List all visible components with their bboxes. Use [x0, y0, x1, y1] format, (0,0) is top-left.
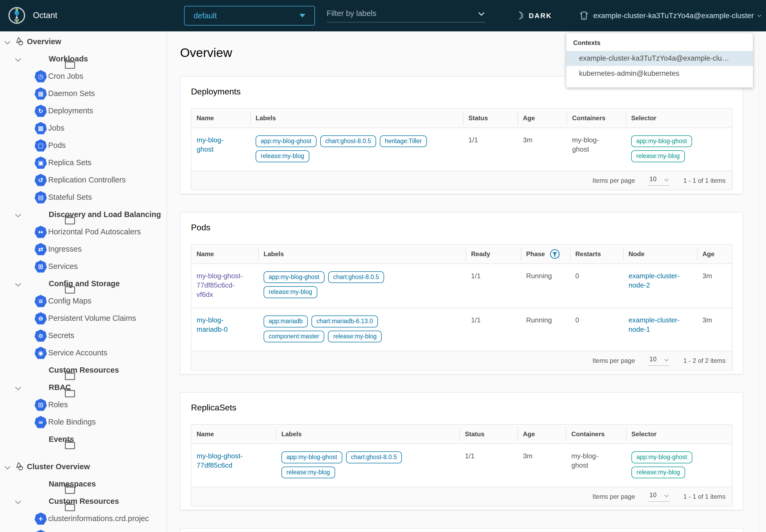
label-tag-list: app:mariadbchart:mariadb-6.13.0component…	[264, 315, 397, 343]
sidebar-item-replication-controllers[interactable]: ↺Replication Controllers	[0, 171, 167, 189]
sidebar-item-cron-jobs[interactable]: ◷Cron Jobs	[0, 68, 167, 85]
card-title-replicasets: ReplicaSets	[191, 403, 732, 413]
sidebar-item-roles[interactable]: ⊡Roles	[0, 396, 167, 413]
column-header-label: Age	[523, 430, 535, 438]
items-per-page-select[interactable]: 10	[648, 355, 670, 366]
context-menu-item[interactable]: kubernetes-admin@kubernetes	[566, 66, 753, 81]
label-tag[interactable]: component:master	[264, 331, 324, 343]
sidebar-item-label: Overview	[27, 37, 61, 46]
sidebar-item-ingresses[interactable]: ⇄Ingresses	[0, 240, 167, 258]
filter-icon[interactable]	[550, 249, 560, 259]
selector-tag[interactable]: app:my-blog-ghost	[631, 135, 692, 147]
selector-tag[interactable]: release:my-blog	[631, 150, 685, 162]
sidebar-item-rbac[interactable]: RBAC	[0, 379, 167, 396]
sidebar-item-label: Cluster Overview	[27, 462, 90, 471]
sidebar-item-daemon-sets[interactable]: ▦Daemon Sets	[0, 85, 167, 102]
label-tag[interactable]: heritage:Tiller	[380, 135, 427, 147]
label-tag-list: app:my-blog-ghostchart:ghost-8.0.5releas…	[264, 271, 397, 298]
sidebar-item-custom-resources[interactable]: Custom Resources	[0, 493, 167, 510]
sidebar-item-cluster-overview[interactable]: Cluster Overview	[0, 458, 167, 475]
label-tag[interactable]: release:my-blog	[256, 150, 309, 162]
label-tag[interactable]: app:my-blog-ghost	[264, 271, 324, 283]
sidebar-item-persistent-volume-claims[interactable]: ⊜Persistent Volume Claims	[0, 310, 167, 327]
sidebar-item-pods[interactable]: ▢Pods	[0, 137, 167, 154]
caret-down-icon[interactable]	[15, 56, 21, 62]
table-header-row: NameLabelsReadyPhaseRestartsNodeAge	[191, 244, 732, 264]
moon-icon: ☾	[515, 11, 524, 21]
items-per-page-label: Items per page	[592, 357, 635, 364]
cell-restarts: 0	[570, 308, 623, 351]
sidebar-item-label: Deployments	[48, 106, 93, 115]
caret-down-icon[interactable]	[15, 281, 21, 287]
ingresses-icon: ⇄	[35, 243, 47, 255]
resource-link[interactable]: my-blog-mariadb-0	[197, 315, 250, 334]
label-tag[interactable]: release:my-blog	[281, 467, 335, 479]
cell-node: example-cluster-node-1	[623, 308, 697, 351]
sidebar-item-role-bindings[interactable]: ∞Role Bindings	[0, 413, 167, 431]
label-tag[interactable]: chart:mariadb-6.13.0	[311, 315, 378, 327]
sidebar-item-secrets[interactable]: ⊙Secrets	[0, 327, 167, 344]
role-bindings-icon: ∞	[35, 416, 47, 428]
table-header-row: NameLabelsStatusAgeContainersSelector	[191, 109, 732, 128]
label-tag[interactable]: chart:ghost-8.0.5	[328, 271, 384, 283]
label-filter-input[interactable]	[327, 9, 479, 18]
namespace-select[interactable]: default	[184, 6, 315, 26]
label-tag[interactable]: chart:ghost-8.0.5	[346, 451, 402, 463]
sidebar-item-label: Replica Sets	[48, 158, 91, 167]
sidebar-item-deployments[interactable]: ↻Deployments	[0, 102, 167, 119]
sidebar-item-clusterinformations-crd-projec[interactable]: +clusterinformations.crd.projec	[0, 510, 167, 527]
pagination-replicasets: Items per page101 - 1 of 1 items	[191, 487, 732, 506]
sidebar-item-label: Persistent Volume Claims	[48, 314, 136, 323]
items-per-page-select[interactable]: 10	[648, 491, 670, 502]
context-selector-button[interactable]: example-cluster-ka3TuTzYo4a@example-clus…	[579, 0, 761, 31]
label-tag[interactable]: app:my-blog-ghost	[281, 451, 342, 463]
resource-link[interactable]: my-blog-ghost-77df85c6cd-vf6dx	[197, 271, 250, 299]
cell-text: 1/1	[471, 315, 481, 325]
sidebar-item-namespaces[interactable]: Namespaces	[0, 475, 167, 493]
sidebar-item-config-and-storage[interactable]: Config and Storage	[0, 275, 167, 292]
sidebar-item-custom-resources[interactable]: Custom Resources	[0, 361, 167, 379]
roles-icon: ⊡	[35, 399, 47, 411]
caret-down-icon[interactable]	[15, 498, 21, 504]
sidebar-item-jobs[interactable]: ▩Jobs	[0, 119, 167, 137]
sidebar-item-events[interactable]: Events	[0, 431, 167, 448]
sidebar-item-label: Services	[48, 262, 78, 271]
cell-age: 3m	[697, 308, 732, 351]
sidebar-item-replica-sets[interactable]: ▣Replica Sets	[0, 154, 167, 171]
node-link[interactable]: example-cluster-node-2	[628, 271, 684, 290]
label-tag[interactable]: release:my-blog	[328, 331, 382, 343]
chevron-down-icon[interactable]	[478, 10, 485, 16]
caret-down-icon[interactable]	[5, 464, 11, 470]
theme-toggle-button[interactable]: ☾ DARK	[515, 0, 552, 31]
label-tag[interactable]: app:my-blog-ghost	[256, 135, 317, 147]
sidebar-item-service-accounts[interactable]: ◉Service Accounts	[0, 344, 167, 361]
sidebar-item-services[interactable]: ⊞Services	[0, 258, 167, 275]
label-tag[interactable]: app:mariadb	[264, 315, 308, 327]
column-header-label: Name	[197, 250, 214, 258]
context-selector-label: example-cluster-ka3TuTzYo4a@example-clus…	[593, 11, 754, 20]
caret-down-icon[interactable]	[15, 384, 21, 390]
sidebar-item-overview[interactable]: Overview	[0, 33, 167, 50]
resource-link[interactable]: my-blog-ghost	[197, 135, 236, 154]
column-header-label: Name	[197, 114, 214, 122]
sidebar-item-label: Horizontal Pod Autoscalers	[48, 227, 141, 236]
cell-age: 3m	[518, 444, 566, 487]
selector-tag[interactable]: app:my-blog-ghost	[631, 451, 692, 463]
context-menu-item[interactable]: example-cluster-ka3TuTzYo4a@example-clu…	[566, 51, 753, 66]
label-tag[interactable]: chart:ghost-8.0.5	[320, 135, 376, 147]
sidebar-item-stateful-sets[interactable]: ▤Stateful Sets	[0, 189, 167, 206]
cell-text: 0	[575, 271, 579, 281]
label-tag[interactable]: release:my-blog	[264, 286, 317, 298]
resource-link[interactable]: my-blog-ghost-77df85c6cd	[197, 451, 274, 470]
column-header-age: Age	[518, 425, 566, 444]
sidebar-item-config-maps[interactable]: ≡Config Maps	[0, 292, 167, 310]
caret-down-icon[interactable]	[15, 211, 21, 218]
sidebar-item-workloads[interactable]: Workloads	[0, 50, 167, 68]
sidebar-item-horizontal-pod-autoscalers[interactable]: ↔Horizontal Pod Autoscalers	[0, 223, 167, 240]
node-link[interactable]: example-cluster-node-1	[628, 315, 684, 334]
items-per-page-select[interactable]: 10	[648, 175, 670, 186]
sidebar-item-csidrivers-csi-storage-k8s-io[interactable]: +csidrivers.csi.storage.k8s.io	[0, 527, 167, 532]
sidebar-item-discovery-and-load-balancing[interactable]: Discovery and Load Balancing	[0, 206, 167, 223]
selector-tag[interactable]: release:my-blog	[631, 467, 685, 479]
caret-down-icon[interactable]	[5, 39, 11, 45]
